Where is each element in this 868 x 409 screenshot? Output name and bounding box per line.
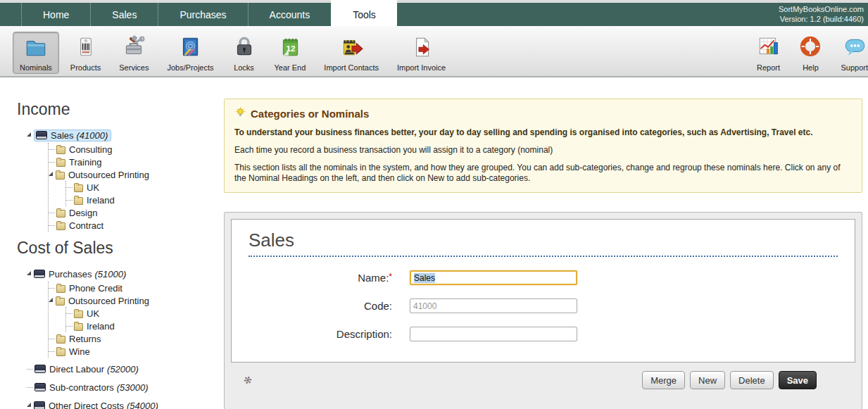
info-paragraph: Each time you record a business transact… — [234, 145, 852, 156]
version-text: Version: 1.2 (build:4460) — [779, 14, 864, 24]
toolbar-item-label: Import Contacts — [324, 63, 379, 72]
tab-home[interactable]: Home — [21, 3, 90, 26]
description-label: Description: — [249, 328, 392, 340]
tree-node-label: Sales — [51, 130, 74, 141]
tree-node-outsourced-printing-2[interactable]: Outsourced Printing — [49, 294, 222, 307]
tab-sales[interactable]: Sales — [90, 3, 158, 26]
tree-node-label: Outsourced Printing — [68, 296, 149, 306]
tree-node-outsourced-printing[interactable]: Outsourced Printing — [49, 168, 222, 181]
tree-node-purchases[interactable]: Purchases (51000) — [27, 266, 222, 282]
info-box: Categories or Nominals To understand you… — [224, 99, 862, 193]
toolbar-item-help[interactable]: Help — [791, 32, 829, 74]
tree-node-other-direct-costs[interactable]: Other Direct Costs (54000) — [27, 398, 222, 409]
folder-icon — [74, 310, 83, 318]
tree-node-uk[interactable]: UK — [66, 181, 222, 194]
life-ring-icon — [798, 35, 822, 62]
folder-icon — [74, 197, 83, 205]
tree-node-code: (54000) — [127, 401, 158, 409]
toolbar-item-label: Services — [119, 63, 149, 72]
description-input[interactable] — [410, 327, 577, 341]
code-input[interactable] — [410, 298, 577, 313]
toolbar-item-nominals[interactable]: Nominals — [13, 32, 59, 74]
loading-spinner-icon: ✻ — [242, 373, 253, 386]
tree-node-label: Returns — [69, 334, 101, 344]
tree-connector — [49, 225, 55, 226]
tree-node-ireland[interactable]: Ireland — [66, 194, 222, 206]
tab-tools[interactable]: Tools — [331, 0, 397, 26]
tree-node-label: UK — [87, 182, 99, 193]
tree-node-contract[interactable]: Contract — [49, 219, 222, 232]
report-chart-icon — [756, 35, 780, 62]
expander-icon[interactable] — [49, 298, 53, 302]
toolbar-item-report[interactable]: Report — [749, 32, 787, 74]
toolbar-item-services[interactable]: Services — [112, 32, 156, 74]
toolbar-item-year-end[interactable]: 12 Year End — [268, 32, 313, 74]
toolbar-item-support[interactable]: Support — [834, 32, 868, 74]
speech-bubble-icon — [843, 35, 867, 62]
tree-node-uk-2[interactable]: UK — [66, 307, 222, 320]
form-footer: ✻ Merge New Delete Save — [231, 363, 855, 389]
tree-connector — [66, 313, 73, 314]
tree-node-label: Contract — [69, 220, 103, 231]
name-input[interactable]: Sales — [410, 270, 577, 285]
folder-icon — [56, 298, 65, 306]
tree-node-wine[interactable]: Wine — [49, 345, 222, 358]
tree-node-sub-contractors[interactable]: Sub-contractors (53000) — [27, 379, 222, 395]
tree-node-code: (51000) — [94, 269, 126, 279]
toolbar-item-jobs-projects[interactable]: Jobs/Projects — [160, 32, 220, 74]
brand-name: SortMyBooksOnline.com — [779, 4, 864, 14]
merge-button[interactable]: Merge — [642, 371, 685, 389]
tab-accounts[interactable]: Accounts — [248, 3, 332, 26]
nominal-heading-icon — [34, 401, 45, 409]
toolbar-item-import-contacts[interactable]: Import Contacts — [317, 32, 386, 74]
tree-node-code: (41000) — [77, 130, 108, 141]
tree-node-direct-labour[interactable]: Direct Labour (52000) — [27, 361, 222, 377]
expander-icon[interactable] — [27, 132, 31, 137]
form-title: Sales — [249, 229, 838, 257]
toolbar-item-locks[interactable]: Locks — [225, 32, 263, 74]
name-label: Name:* — [249, 272, 392, 284]
folder-icon — [56, 146, 65, 154]
info-paragraph: To understand your business finances bet… — [234, 127, 852, 138]
nominal-heading-icon — [34, 383, 46, 391]
toolbar-item-label: Report — [757, 63, 780, 72]
tree-node-returns[interactable]: Returns — [49, 332, 222, 345]
padlock-icon — [232, 35, 256, 62]
main-nav: Home Sales Purchases Accounts Tools Sort… — [0, 3, 868, 26]
expander-icon[interactable] — [49, 172, 53, 176]
folder-icon — [74, 323, 83, 331]
nominal-form-panel: Sales Name:* Sales Code: Description: — [224, 212, 862, 409]
delete-button[interactable]: Delete — [730, 371, 774, 389]
tab-label: Home — [43, 9, 69, 20]
toolbar-item-import-invoice[interactable]: Import Invoice — [390, 32, 453, 74]
tree-node-label: Wine — [69, 346, 90, 357]
tree-node-label: Phone Credit — [69, 283, 122, 294]
tree-section-income: Income — [17, 100, 222, 119]
tree-node-label: Direct Labour — [49, 364, 104, 375]
tree-node-training[interactable]: Training — [49, 156, 222, 168]
expander-icon[interactable] — [27, 271, 31, 275]
toolbar-item-products[interactable]: Products — [63, 32, 108, 74]
tree-node-ireland-2[interactable]: Ireland — [66, 320, 222, 332]
save-button[interactable]: Save — [779, 371, 817, 389]
tree-section-cost-of-sales: Cost of Sales — [17, 239, 222, 258]
folder-icon — [56, 348, 65, 356]
selected-text: Sales — [414, 273, 435, 283]
info-box-title: Categories or Nominals — [251, 108, 369, 120]
tree-node-label: Other Direct Costs — [49, 401, 124, 409]
tree-node-design[interactable]: Design — [49, 206, 222, 219]
toolbar-item-label: Support — [841, 63, 868, 72]
tree-node-sales[interactable]: Sales (41000) — [27, 127, 222, 143]
tree-connector — [27, 369, 33, 370]
folder-icon — [56, 285, 65, 293]
folder-icon — [56, 172, 65, 180]
new-button[interactable]: New — [690, 371, 725, 389]
tab-purchases[interactable]: Purchases — [158, 3, 247, 26]
tree-node-phone-credit[interactable]: Phone Credit — [49, 282, 222, 294]
main-content: Categories or Nominals To understand you… — [224, 99, 862, 409]
toolbar-item-label: Locks — [234, 63, 254, 72]
tree-node-label: Training — [69, 157, 101, 168]
tree-connector — [49, 288, 55, 289]
expander-icon[interactable] — [27, 403, 31, 407]
tree-node-consulting[interactable]: Consulting — [49, 143, 222, 156]
